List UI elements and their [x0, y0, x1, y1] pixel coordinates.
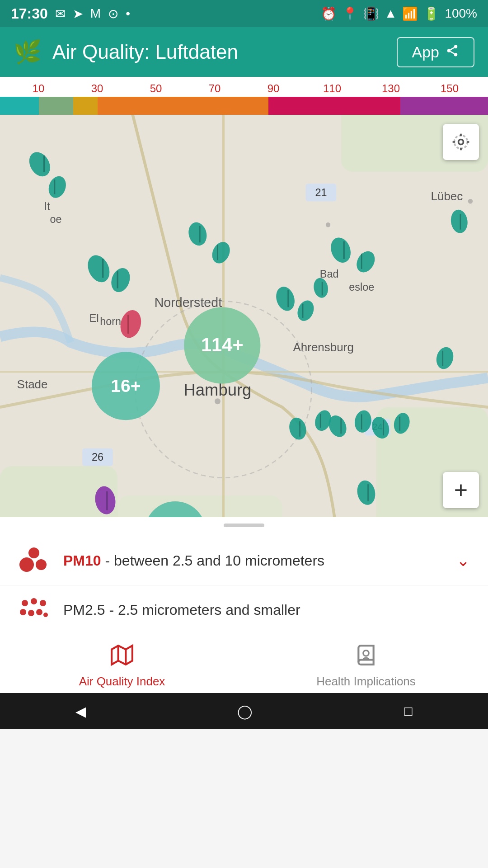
aqi-labels: 10 30 50 70 90 110 130 150 [0, 80, 488, 97]
svg-point-110 [40, 600, 46, 606]
share-icon [446, 43, 459, 61]
system-nav-bar: ◀ ◯ □ [0, 693, 488, 729]
svg-line-3 [450, 51, 455, 53]
nav-label-aqi: Air Quality Index [79, 675, 165, 689]
svg-point-111 [20, 609, 26, 615]
svg-text:esloe: esloe [349, 281, 374, 293]
aqi-label-70: 70 [185, 82, 244, 95]
svg-text:Stade: Stade [17, 377, 48, 391]
bottom-nav: Air Quality Index Health Implications [0, 639, 488, 693]
aqi-label-110: 110 [303, 82, 361, 95]
svg-point-107 [36, 559, 47, 570]
svg-text:Lübec: Lübec [431, 189, 463, 203]
svg-text:21: 21 [315, 187, 327, 198]
aqi-label-150: 150 [420, 82, 479, 95]
bottom-panel: PM10 - between 2.5 and 10 micrometers ⌄ … [0, 532, 488, 639]
svg-marker-115 [112, 646, 132, 665]
pm10-label-rest: - between 2.5 and 10 micrometers [101, 552, 324, 569]
app-leaf-icon: 🌿 [14, 39, 42, 65]
svg-line-4 [450, 47, 455, 50]
status-right: ⏰ 📍 📳 ▲ 📶 🔋 100% [321, 6, 477, 21]
app-bar: 🌿 Air Quality: Luftdaten App [0, 27, 488, 77]
svg-point-40 [326, 222, 330, 227]
battery-pct: 100% [445, 6, 477, 21]
drag-handle[interactable] [224, 524, 264, 527]
svg-text:El: El [89, 312, 99, 324]
gmail-icon: M [90, 6, 101, 21]
pm10-label-bold: PM10 [63, 552, 101, 569]
pm10-legend-text: PM10 - between 2.5 and 10 micrometers [63, 552, 443, 569]
pm25-legend-text: PM2.5 - 2.5 micrometers and smaller [63, 602, 470, 618]
svg-point-1 [447, 49, 451, 52]
pm10-chevron-icon[interactable]: ⌄ [456, 551, 470, 570]
svg-text:oe: oe [50, 213, 62, 225]
aqi-label-30: 30 [68, 82, 127, 95]
share-button-label: App [412, 43, 440, 61]
aqi-scale: 10 30 50 70 90 110 130 150 [0, 77, 488, 115]
back-button[interactable]: ◀ [75, 703, 86, 719]
home-button[interactable]: ◯ [237, 703, 253, 719]
nav-item-aqi[interactable]: Air Quality Index [0, 639, 244, 693]
svg-point-112 [28, 610, 34, 616]
svg-point-118 [363, 651, 369, 656]
location-button[interactable] [443, 124, 479, 160]
map-icon [111, 644, 133, 671]
notification-icon: ⊙ [108, 6, 118, 21]
book-icon [355, 644, 377, 671]
svg-point-114 [43, 613, 48, 617]
svg-text:horn: horn [100, 316, 121, 327]
pm10-icon [18, 547, 50, 574]
vibrate-icon: 📳 [363, 6, 379, 21]
nav-item-health[interactable]: Health Implications [244, 639, 488, 693]
battery-icon: 🔋 [423, 6, 439, 21]
message-icon: ✉ [55, 6, 66, 21]
svg-text:16+: 16+ [111, 376, 141, 396]
zoom-plus-button[interactable]: + [443, 472, 479, 508]
pm10-legend-item[interactable]: PM10 - between 2.5 and 10 micrometers ⌄ [0, 536, 488, 585]
svg-text:It: It [44, 199, 51, 213]
aqi-gradient-bar [0, 97, 488, 115]
drag-handle-container[interactable] [0, 517, 488, 532]
dot-icon: • [126, 6, 130, 21]
status-bar: 17:30 ✉ ➤ M ⊙ • ⏰ 📍 📳 ▲ 📶 🔋 100% [0, 0, 488, 27]
svg-point-104 [454, 135, 467, 148]
svg-text:Ahrensburg: Ahrensburg [293, 340, 354, 354]
pm25-icon [18, 596, 50, 623]
svg-point-108 [22, 600, 28, 606]
recent-button[interactable]: □ [404, 703, 412, 719]
alarm-icon: ⏰ [321, 6, 337, 21]
navigation-icon: ➤ [73, 6, 83, 21]
svg-point-103 [459, 140, 464, 145]
app-title: Air Quality: Luftdaten [52, 41, 238, 63]
nav-label-health: Health Implications [316, 675, 416, 689]
svg-point-0 [454, 45, 458, 48]
svg-point-41 [468, 199, 473, 203]
status-left: 17:30 ✉ ➤ M ⊙ • [11, 5, 130, 22]
pm25-label-rest: PM2.5 - 2.5 micrometers and smaller [63, 602, 300, 618]
aqi-label-50: 50 [127, 82, 185, 95]
wifi-icon: ▲ [385, 6, 397, 21]
location-icon: 📍 [342, 6, 358, 21]
svg-point-39 [215, 398, 221, 404]
aqi-label-10: 10 [9, 82, 68, 95]
app-bar-left: 🌿 Air Quality: Luftdaten [14, 39, 238, 65]
map-container[interactable]: 21 26 7 24 1 Hamburg Norderstedt Ahrensb… [0, 115, 488, 517]
share-button[interactable]: App [397, 37, 475, 67]
svg-text:114+: 114+ [201, 334, 244, 355]
svg-text:Bad: Bad [320, 268, 339, 280]
svg-point-113 [36, 609, 42, 615]
zoom-plus-icon: + [454, 476, 468, 504]
aqi-label-90: 90 [244, 82, 303, 95]
map-background: 21 26 7 24 1 Hamburg Norderstedt Ahrensb… [0, 115, 488, 517]
svg-point-2 [454, 53, 458, 57]
aqi-label-130: 130 [361, 82, 420, 95]
status-time: 17:30 [11, 5, 48, 22]
svg-point-109 [31, 598, 37, 604]
svg-point-105 [28, 547, 39, 558]
pm25-legend-item[interactable]: PM2.5 - 2.5 micrometers and smaller [0, 585, 488, 634]
signal-icon: 📶 [402, 6, 418, 21]
svg-text:26: 26 [92, 451, 103, 463]
svg-point-106 [19, 557, 34, 572]
